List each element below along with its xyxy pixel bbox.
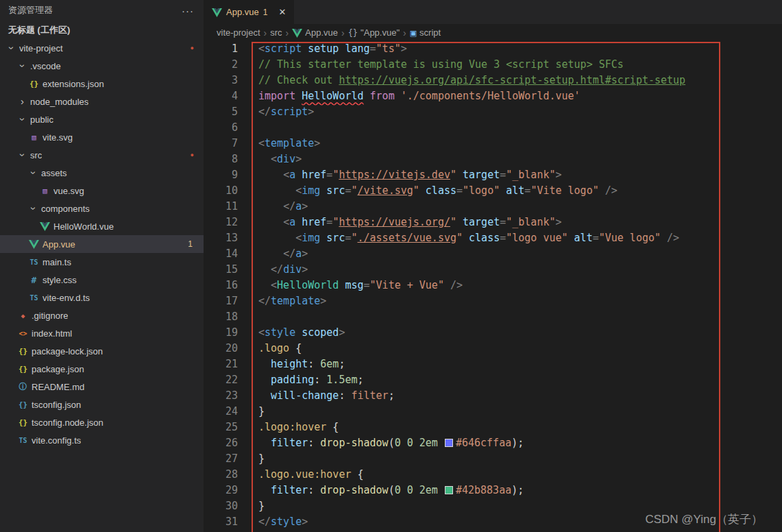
line-content: } (238, 451, 265, 467)
line-content: </a> (238, 199, 308, 215)
tree-file-vite.config.ts[interactable]: TSvite.config.ts (0, 431, 204, 449)
code-line[interactable]: 15 </div> (204, 262, 782, 278)
code-line[interactable]: 22 padding: 1.5em; (204, 372, 782, 388)
code-line[interactable]: 16 <HelloWorld msg="Vite + Vue" /> (204, 278, 782, 293)
tree-item-label: components (41, 204, 90, 214)
braces-icon: {} (348, 27, 358, 38)
html-file-icon: <> (16, 330, 29, 337)
code-line[interactable]: 10 <img src="/vite.svg" class="logo" alt… (204, 183, 782, 199)
line-number: 13 (204, 230, 238, 246)
code-line[interactable]: 19<style scoped> (204, 325, 782, 341)
code-editor[interactable]: 1<script setup lang="ts">2// This starte… (204, 41, 782, 532)
code-line[interactable]: 9 <a href="https://vitejs.dev" target="_… (204, 167, 782, 183)
tree-item-label: tsconfig.json (32, 400, 81, 410)
line-number: 28 (204, 467, 238, 483)
tree-item-label: vite-project (19, 43, 63, 53)
tree-item-label: package-lock.json (32, 346, 103, 356)
tree-file-vite-env.d.ts[interactable]: TSvite-env.d.ts (0, 289, 204, 306)
tree-folder-node_modules[interactable]: ›node_modules (0, 93, 204, 110)
tab-app-vue[interactable]: App.vue 1 ✕ (204, 0, 294, 24)
code-line[interactable]: 6 (204, 120, 782, 136)
code-line[interactable]: 13 <img src="./assets/vue.svg" class="lo… (204, 230, 782, 246)
json-file-icon: {} (16, 365, 29, 374)
code-line[interactable]: 21 height: 6em; (204, 356, 782, 372)
tree-file-.gitignore[interactable]: ◆.gitignore (0, 306, 204, 324)
chevron-down-icon[interactable]: › (14, 60, 32, 72)
breadcrumb-item[interactable]: ▣script (410, 27, 441, 38)
breadcrumb-item[interactable]: {}"App.vue" (348, 27, 400, 38)
code-line[interactable]: 1<script setup lang="ts"> (204, 41, 782, 57)
breadcrumb-label: vite-project (217, 27, 260, 38)
code-line[interactable]: 20.logo { (204, 341, 782, 356)
code-line[interactable]: 3// Check out https://vuejs.org/api/sfc-… (204, 73, 782, 88)
chevron-down-icon[interactable]: › (3, 43, 21, 54)
code-line[interactable]: 7<template> (204, 136, 782, 152)
tree-folder-assets[interactable]: ›assets (0, 164, 204, 182)
chevron-down-icon[interactable]: › (25, 167, 42, 179)
tree-item-label: tsconfig.node.json (32, 418, 103, 428)
code-line[interactable]: 25.logo:hover { (204, 420, 782, 435)
line-content: } (238, 498, 265, 514)
editor-pane: App.vue 1 ✕ vite-project›src›App.vue›{}"… (204, 0, 782, 532)
tree-file-tsconfig.node.json[interactable]: {}tsconfig.node.json (0, 413, 204, 431)
tree-file-HelloWorld.vue[interactable]: HelloWorld.vue (0, 217, 204, 235)
code-line[interactable]: 28.logo.vue:hover { (204, 467, 782, 483)
breadcrumb-item[interactable]: App.vue (292, 27, 338, 38)
line-number: 15 (204, 262, 238, 278)
tree-folder-src[interactable]: ›src● (0, 146, 204, 164)
tree-folder-public[interactable]: ›public (0, 110, 204, 128)
code-line[interactable]: 27} (204, 451, 782, 467)
more-actions-icon[interactable]: ··· (182, 5, 194, 16)
breadcrumb-item[interactable]: src (270, 27, 282, 38)
line-content: .logo { (238, 341, 302, 356)
chevron-right-icon[interactable]: › (16, 93, 28, 110)
tree-file-README.md[interactable]: ⓘREADME.md (0, 378, 204, 396)
line-content: .logo:hover { (238, 420, 339, 435)
tree-file-App.vue[interactable]: App.vue1 (0, 235, 204, 253)
line-content: </a> (238, 246, 308, 262)
line-content: } (238, 404, 265, 420)
code-line[interactable]: 17</template> (204, 293, 782, 309)
tree-item-label: .gitignore (32, 311, 68, 321)
tree-file-vite.svg[interactable]: ▧vite.svg (0, 128, 204, 146)
tree-file-package-lock.json[interactable]: {}package-lock.json (0, 342, 204, 360)
tree-folder-.vscode[interactable]: ›.vscode (0, 57, 204, 75)
code-line[interactable]: 14 </a> (204, 246, 782, 262)
info-file-icon: ⓘ (16, 381, 29, 393)
line-content: <img src="./assets/vue.svg" class="logo … (238, 230, 679, 246)
tree-file-package.json[interactable]: {}package.json (0, 360, 204, 378)
tree-file-extensions.json[interactable]: {}extensions.json (0, 75, 204, 93)
chevron-down-icon[interactable]: › (25, 203, 42, 215)
tree-file-main.ts[interactable]: TSmain.ts (0, 253, 204, 271)
code-line[interactable]: 8 <div> (204, 152, 782, 167)
tree-folder-components[interactable]: ›components (0, 200, 204, 217)
tree-file-style.css[interactable]: #style.css (0, 271, 204, 289)
color-swatch (445, 486, 453, 494)
code-line[interactable]: 2// This starter template is using Vue 3… (204, 57, 782, 73)
code-line[interactable]: 18 (204, 309, 782, 325)
code-line[interactable]: 26 filter: drop-shadow(0 0 2em #646cffaa… (204, 435, 782, 451)
tree-file-index.html[interactable]: <>index.html (0, 324, 204, 342)
tab-modified-badge: 1 (263, 8, 268, 17)
chevron-down-icon[interactable]: › (14, 114, 32, 125)
breadcrumb: vite-project›src›App.vue›{}"App.vue"›▣sc… (204, 24, 782, 41)
workspace-section-header[interactable]: 无标题 (工作区) (0, 21, 204, 39)
code-line[interactable]: 29 filter: drop-shadow(0 0 2em #42b883aa… (204, 483, 782, 498)
code-line[interactable]: 5</script> (204, 104, 782, 120)
ts-file-icon: TS (27, 294, 40, 302)
code-line[interactable]: 23 will-change: filter; (204, 388, 782, 404)
tree-file-tsconfig.json[interactable]: {}tsconfig.json (0, 396, 204, 413)
chevron-down-icon[interactable]: › (14, 149, 32, 161)
code-line[interactable]: 11 </a> (204, 199, 782, 215)
modified-dot-icon: ● (191, 152, 194, 158)
tree-item-label: node_modules (30, 97, 88, 107)
breadcrumb-item[interactable]: vite-project (217, 27, 260, 38)
close-icon[interactable]: ✕ (278, 7, 286, 17)
code-line[interactable]: 24} (204, 404, 782, 420)
tree-file-vue.svg[interactable]: ▧vue.svg (0, 182, 204, 200)
tree-item-label: vite.config.ts (32, 435, 81, 446)
tree-folder-vite-project[interactable]: ›vite-project● (0, 39, 204, 57)
code-line[interactable]: 4import HelloWorld from './components/He… (204, 88, 782, 104)
chevron-right-icon: › (264, 27, 267, 38)
code-line[interactable]: 12 <a href="https://vuejs.org/" target="… (204, 215, 782, 230)
